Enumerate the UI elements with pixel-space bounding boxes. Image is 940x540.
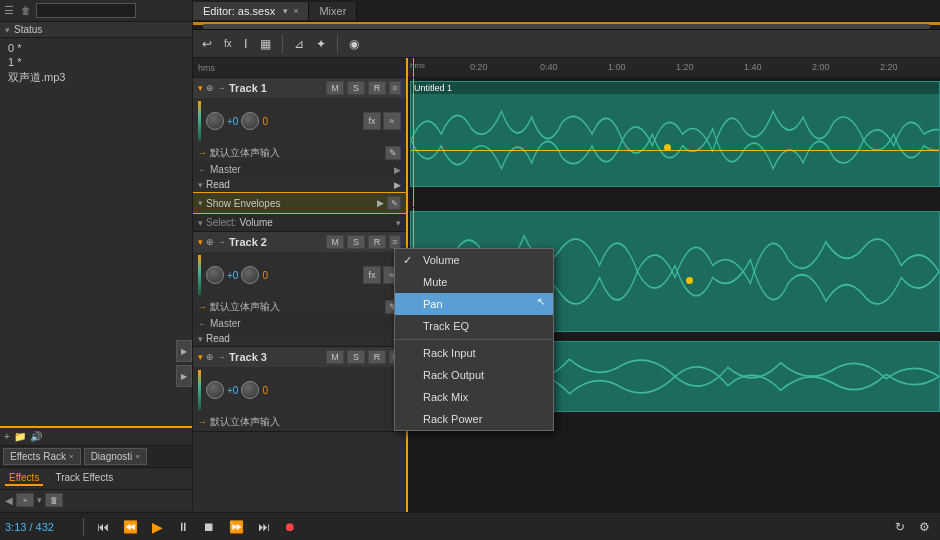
file-item-2[interactable]: 双声道.mp3 (8, 69, 184, 86)
track-1-read-expand[interactable]: ▾ (198, 180, 203, 190)
left-action-folder[interactable]: 📁 (14, 431, 26, 442)
track-1-select-value[interactable]: Volume (240, 217, 273, 228)
transport-pause[interactable]: ⏸ (172, 518, 194, 536)
track-2-read-expand[interactable]: ▾ (198, 334, 203, 344)
track-1-envelope-line (411, 150, 939, 151)
left-action-new[interactable]: + (4, 431, 10, 442)
track-2-read-label: Read (206, 333, 391, 344)
dropdown-item-rack-power[interactable]: Rack Power (395, 408, 553, 430)
track-2-effects-btn[interactable]: fx (363, 266, 381, 284)
track-3-m-btn[interactable]: M (326, 350, 344, 364)
track-1-more-btn[interactable]: ≡ (389, 81, 401, 95)
dropdown-rack-mix-label: Rack Mix (423, 391, 468, 403)
dropdown-item-volume[interactable]: ✓ Volume (395, 249, 553, 271)
toolbar-snap-btn[interactable]: ⊿ (290, 35, 308, 53)
toolbar-align-btn[interactable]: ✦ (312, 35, 330, 53)
track-2-pan-knob[interactable] (241, 266, 259, 284)
transport-settings[interactable]: ⚙ (914, 518, 935, 536)
transport-stop[interactable]: ⏹ (198, 518, 220, 536)
track-3-meter (198, 370, 201, 410)
tab-dropdown-icon[interactable]: ▾ (283, 6, 288, 16)
file-item-0[interactable]: 0 * (8, 41, 184, 55)
left-trash-icon[interactable]: 🗑 (21, 5, 31, 16)
transport-record[interactable]: ⏺ (279, 518, 301, 536)
track-1-input-edit-btn[interactable]: ✎ (385, 146, 401, 160)
track-2-s-btn[interactable]: S (347, 235, 365, 249)
track-3-pan-knob[interactable] (241, 381, 259, 399)
transport-forward-end[interactable]: ⏭ (253, 518, 275, 536)
toolbar-marker-btn[interactable]: Ⅰ (240, 35, 252, 53)
effects-subtab-effects[interactable]: Effects (5, 471, 43, 486)
dropdown-item-rack-input[interactable]: Rack Input (395, 342, 553, 364)
track-1-input-row: → 默认立体声输入 ✎ (193, 144, 406, 162)
track-1-envelope-label[interactable]: Show Envelopes (206, 198, 374, 209)
effects-trash-btn[interactable]: 🗑 (45, 493, 63, 507)
track-2-output-row: ← Master ▶ (193, 316, 406, 331)
track-3-volume-knob[interactable] (206, 381, 224, 399)
transport-play[interactable]: ▶ (147, 517, 168, 537)
track-1-pan-knob[interactable] (241, 112, 259, 130)
track-2-arr-icon: → (217, 237, 226, 247)
track-area: hms ▾ ⊕ → Track 1 M S R ≡ +0 (193, 58, 940, 512)
transport-rewind-start[interactable]: ⏮ (92, 518, 114, 536)
toolbar-fx-btn[interactable]: fx (220, 36, 236, 51)
track-1-select-dropdown[interactable]: ▾ (396, 218, 401, 228)
track-1-expand-icon[interactable]: ▾ (198, 83, 203, 93)
track-1-volume-knob[interactable] (206, 112, 224, 130)
dropdown-item-rack-output[interactable]: Rack Output (395, 364, 553, 386)
left-action-speaker[interactable]: 🔊 (30, 431, 42, 442)
track-1-pan-val: 0 (262, 116, 268, 127)
file-item-1[interactable]: 1 * (8, 55, 184, 69)
effects-rack-tab[interactable]: Effects Rack × (3, 448, 81, 465)
playhead-ruler (413, 58, 414, 77)
tab-mixer[interactable]: Mixer (309, 2, 357, 20)
tab-editor[interactable]: Editor: as.sesx ▾ × (193, 2, 309, 20)
diagnostics-tab[interactable]: Diagnosti × (84, 448, 147, 465)
left-menu-icon[interactable]: ☰ (4, 4, 14, 17)
track-2-more-btn[interactable]: ≡ (389, 235, 401, 249)
track-3-r-btn[interactable]: R (368, 350, 386, 364)
toolbar-grid-btn[interactable]: ▦ (256, 35, 275, 53)
track-1-r-btn[interactable]: R (368, 81, 386, 95)
track-2-m-btn[interactable]: M (326, 235, 344, 249)
effects-rack-close[interactable]: × (69, 452, 74, 461)
effects-add-btn[interactable]: + (16, 493, 34, 507)
toolbar-monitor-btn[interactable]: ◉ (345, 35, 363, 53)
track-1-s-btn[interactable]: S (347, 81, 365, 95)
left-search-input[interactable] (36, 3, 136, 18)
track-1-env-collapse[interactable]: ▾ (198, 198, 203, 208)
top-scrollbar[interactable] (193, 22, 940, 30)
track-2-input-row: → 默认立体声输入 ✎ (193, 298, 406, 316)
track-2-expand-icon[interactable]: ▾ (198, 237, 203, 247)
track-1-effects-btn[interactable]: fx (363, 112, 381, 130)
track-1-env-arrow[interactable]: ▶ (377, 198, 384, 208)
transport-loop[interactable]: ↻ (890, 518, 910, 536)
side-arrow-up[interactable]: ▶ (176, 340, 192, 362)
side-arrow-down[interactable]: ▶ (176, 365, 192, 387)
tab-close-icon[interactable]: × (293, 6, 298, 16)
track-2-volume-knob[interactable] (206, 266, 224, 284)
track-1-select-row: ▾ Select: Volume ▾ (193, 214, 406, 231)
track-1-clip[interactable]: Untitled 1 (410, 81, 940, 187)
effects-nav-left[interactable]: ◀ (5, 495, 13, 506)
time-ruler[interactable]: hms 0:20 0:40 1:00 1:20 1:40 2:00 2:20 2… (408, 58, 940, 78)
track-1-m-btn[interactable]: M (326, 81, 344, 95)
status-expand-icon[interactable]: ▾ (5, 25, 10, 35)
transport-rewind[interactable]: ⏪ (118, 518, 143, 536)
toolbar-back-btn[interactable]: ↩ (198, 35, 216, 53)
dropdown-item-mute[interactable]: Mute (395, 271, 553, 293)
track-2-r-btn[interactable]: R (368, 235, 386, 249)
track-1-waveform[interactable]: Untitled 1 (408, 78, 940, 208)
track-3-s-btn[interactable]: S (347, 350, 365, 364)
dropdown-item-pan[interactable]: Pan ↖ (395, 293, 553, 315)
effects-nav-down[interactable]: ▾ (37, 495, 42, 505)
diagnostics-close[interactable]: × (135, 452, 140, 461)
track-1-input-label: 默认立体声输入 (210, 146, 382, 160)
effects-subtab-track[interactable]: Track Effects (51, 471, 117, 486)
track-1-eq-btn[interactable]: ≈ (383, 112, 401, 130)
transport-fastforward[interactable]: ⏩ (224, 518, 249, 536)
track-1-env-edit-btn[interactable]: ✎ (387, 196, 401, 210)
dropdown-item-track-eq[interactable]: Track EQ (395, 315, 553, 337)
dropdown-item-rack-mix[interactable]: Rack Mix (395, 386, 553, 408)
track-3-expand-icon[interactable]: ▾ (198, 352, 203, 362)
